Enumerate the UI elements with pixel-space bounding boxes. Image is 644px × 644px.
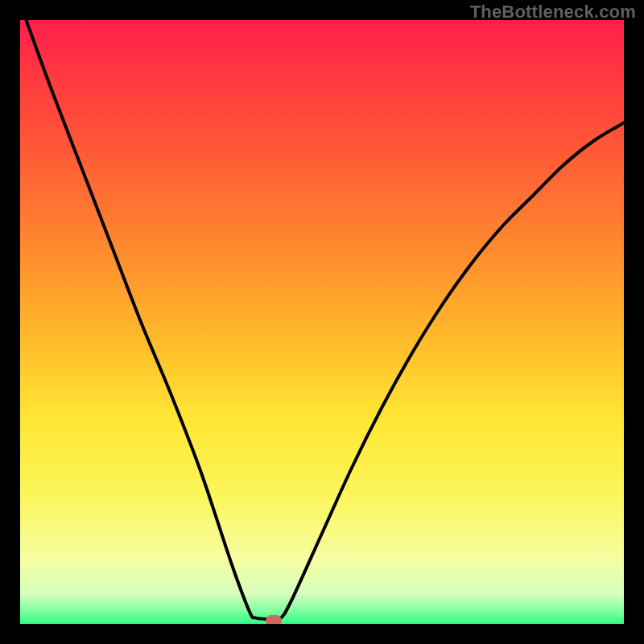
- plot-area: [20, 20, 624, 624]
- chart-frame: TheBottleneck.com: [0, 0, 644, 644]
- minimum-marker: [266, 615, 282, 624]
- bottleneck-curve: [20, 20, 624, 624]
